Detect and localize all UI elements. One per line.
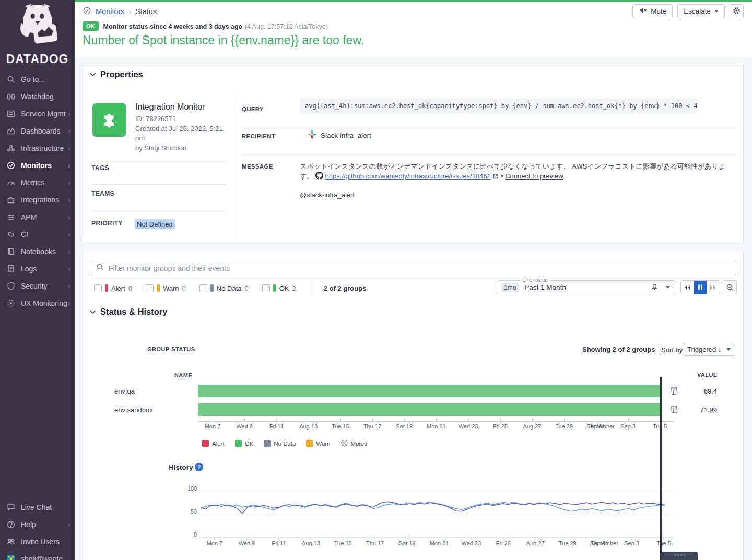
header-actions: Mute Escalate xyxy=(632,4,744,18)
recipient-value[interactable]: Slack infra_alert xyxy=(321,132,371,139)
sidebar-item-label: APM xyxy=(21,213,68,221)
checkbox[interactable] xyxy=(146,284,154,292)
recipient-label: RECIPIENT xyxy=(242,133,275,139)
chevron-right-icon: › xyxy=(68,144,70,152)
sidebar-item-apm[interactable]: APM› xyxy=(0,208,75,225)
axis-tick xyxy=(276,419,277,421)
sidebar-item-monitors[interactable]: Monitors› xyxy=(0,157,75,174)
status-filter-warn[interactable]: Warn0 xyxy=(146,284,186,292)
sidebar-item-infrastructure[interactable]: Infrastructure› xyxy=(0,139,75,157)
sidebar-item-ci[interactable]: CI› xyxy=(0,225,75,243)
timezone-label: UTC+09:00 xyxy=(520,277,550,283)
message-mention: @slack-infra_alert xyxy=(300,191,355,199)
sidebar-item-security[interactable]: Security› xyxy=(0,277,75,294)
query-code[interactable]: avg(last_4h):sum:aws.ec2.host_ok{capacit… xyxy=(300,98,697,114)
sidebar-item-label: Live Chat xyxy=(21,503,70,511)
axis-tick xyxy=(500,419,501,421)
divider xyxy=(242,154,736,155)
status-filter-label: OK xyxy=(279,284,289,292)
notebook-icon[interactable] xyxy=(669,404,679,414)
pin-icon[interactable] xyxy=(651,283,659,291)
sidebar-item-invite-users[interactable]: Invite Users xyxy=(0,533,75,550)
sidebar-item-integrations[interactable]: Integrations› xyxy=(0,191,75,208)
time-range-selector[interactable]: UTC+09:00 1mo Past 1 Month xyxy=(497,280,675,294)
apm-icon xyxy=(6,212,16,222)
sidebar-item-label: Dashboards xyxy=(21,127,68,135)
x-tick-label: Sat 19 xyxy=(389,540,426,546)
sidebar-item-ux-monitoring[interactable]: UX Monitoring› xyxy=(0,294,75,312)
group-row-name[interactable]: env:qa xyxy=(114,387,135,395)
help-icon[interactable]: ? xyxy=(195,463,203,471)
sidebar-item-label: Infrastructure xyxy=(21,144,68,152)
forward-button[interactable] xyxy=(707,281,720,294)
x-tick-label: Fri 25 xyxy=(485,540,522,546)
slack-icon xyxy=(308,130,316,140)
help-icon xyxy=(6,520,16,529)
datadog-logo[interactable]: DATADOG xyxy=(0,3,75,66)
settings-button[interactable] xyxy=(730,4,744,18)
checkbox[interactable] xyxy=(199,284,207,292)
sidebar-item-logs[interactable]: Logs› xyxy=(0,260,75,277)
legend-label: Warn xyxy=(316,440,330,447)
playback-controls xyxy=(680,280,720,294)
connect-separator: • xyxy=(501,172,503,180)
groups-summary: 2 of 2 groups xyxy=(324,284,367,292)
x-tick-label: Wed 23 xyxy=(453,540,489,546)
notebook-icon[interactable] xyxy=(669,386,679,395)
sidebar-item-help[interactable]: Help› xyxy=(0,516,75,533)
sidebar-item-label: Watchdog xyxy=(21,92,70,101)
filter-input[interactable] xyxy=(108,264,731,273)
monitor-target-icon xyxy=(83,6,91,17)
legend-swatch xyxy=(235,440,242,447)
escalate-button[interactable]: Escalate xyxy=(677,4,725,18)
status-history-card: Alert0Warn0No Data0OK22 of 2 groups UTC+… xyxy=(83,251,744,560)
rewind-button[interactable] xyxy=(681,281,694,294)
integrations-icon xyxy=(6,195,16,205)
sidebar-item-watchdog[interactable]: Watchdog xyxy=(0,88,75,105)
checkbox[interactable] xyxy=(262,284,270,292)
axis-tick xyxy=(468,419,469,421)
sidebar-item-metrics[interactable]: Metrics› xyxy=(0,174,75,191)
sidebar-item-label: Help xyxy=(21,520,68,529)
group-row-name[interactable]: env:sandbox xyxy=(114,406,153,414)
connect-to-preview-link[interactable]: Connect to preview xyxy=(505,172,563,180)
status-filter-count: 0 xyxy=(182,284,186,292)
sort-value: Triggered ↓ xyxy=(687,345,721,353)
status-color-pill xyxy=(105,284,108,292)
sidebar-item-label: Logs xyxy=(21,265,68,273)
checkbox[interactable] xyxy=(94,284,102,292)
collapse-chevron-icon[interactable] xyxy=(89,72,96,77)
divider xyxy=(91,184,226,185)
x-tick-label: Aug 13 xyxy=(292,540,329,546)
monitor-status-row: OK Monitor status since 4 weeks and 3 da… xyxy=(83,21,328,31)
sidebar-item-go-to[interactable]: Go to... xyxy=(0,70,75,88)
github-link[interactable]: https://github.com/wantedly/infrastructu… xyxy=(325,172,491,180)
status-filter-no-data[interactable]: No Data0 xyxy=(199,284,249,292)
breadcrumb-monitors-link[interactable]: Monitors xyxy=(96,7,125,16)
sidebar-item-live-chat[interactable]: Live Chat xyxy=(0,498,75,516)
group-status-bar[interactable] xyxy=(198,403,662,416)
group-row-value: 71.99 xyxy=(684,406,717,414)
x-tick-label: Mon 21 xyxy=(418,423,454,430)
pause-button[interactable] xyxy=(694,281,707,294)
time-cursor-line xyxy=(660,377,662,560)
sidebar-item-dashboards[interactable]: Dashboards› xyxy=(0,122,75,139)
group-status-bar[interactable] xyxy=(198,385,662,397)
sort-dropdown[interactable]: Triggered ↓ xyxy=(683,343,735,356)
sidebar-item-notebooks[interactable]: Notebooks› xyxy=(0,243,75,260)
group-status-label: GROUP STATUS xyxy=(147,346,195,352)
breadcrumb-current-page: Status xyxy=(135,7,157,16)
properties-card: Properties Integration Monitor ID: 78226… xyxy=(83,64,744,243)
metrics-icon xyxy=(6,178,16,187)
sidebar-item-shoji-wantedl[interactable]: shoji@wantedl... xyxy=(0,550,75,560)
sidebar-item-service-mgmt[interactable]: Service Mgmt› xyxy=(0,105,75,122)
status-filter-alert[interactable]: Alert0 xyxy=(94,284,132,292)
x-tick-label: Mon 7 xyxy=(194,423,231,430)
mute-speaker-icon xyxy=(639,6,647,16)
collapse-chevron-icon[interactable] xyxy=(89,309,96,314)
status-filter-ok[interactable]: OK2 xyxy=(262,284,296,292)
zoom-out-button[interactable] xyxy=(723,280,737,294)
x-tick-month-label: September xyxy=(586,540,622,546)
mute-button[interactable]: Mute xyxy=(632,4,673,18)
x-tick-label: Thu 17 xyxy=(354,423,391,430)
